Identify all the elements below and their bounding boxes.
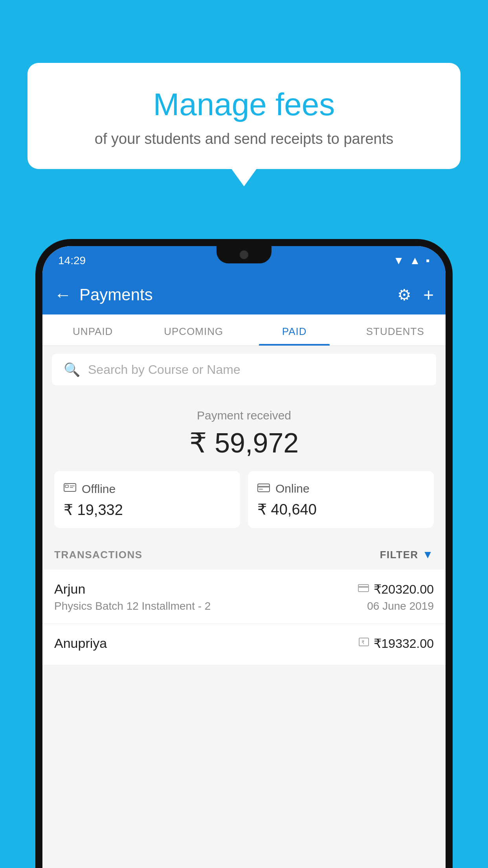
phone-frame: 14:29 ▼ ▲ ▪ ← Payments ⚙ + UNPAID UPCOMI… <box>35 239 453 868</box>
transaction-row-bottom: Physics Batch 12 Installment - 2 06 June… <box>54 600 434 612</box>
payment-cards: Offline ₹ 19,332 <box>54 471 434 528</box>
search-icon: 🔍 <box>64 362 80 377</box>
table-row[interactable]: Anupriya ₹ ₹19332.00 <box>42 624 446 666</box>
svg-rect-4 <box>258 484 270 492</box>
offline-card-header: Offline <box>64 482 231 496</box>
search-placeholder-text: Search by Course or Name <box>88 362 240 377</box>
phone-screen: 14:29 ▼ ▲ ▪ ← Payments ⚙ + UNPAID UPCOMI… <box>42 246 446 868</box>
svg-text:₹: ₹ <box>361 640 365 645</box>
notch <box>216 246 272 263</box>
gear-icon[interactable]: ⚙ <box>397 286 411 304</box>
svg-rect-7 <box>358 585 369 592</box>
transactions-header: TRANSACTIONS FILTER ▼ <box>42 540 446 570</box>
filter-button[interactable]: FILTER ▼ <box>380 548 434 561</box>
header-title: Payments <box>79 285 397 304</box>
tab-paid[interactable]: PAID <box>244 314 345 346</box>
online-card-header: Online <box>257 482 424 495</box>
payment-total-amount: ₹ 59,972 <box>54 427 434 459</box>
payment-received-label: Payment received <box>54 409 434 422</box>
online-icon <box>257 482 270 495</box>
svg-rect-8 <box>358 586 369 588</box>
offline-label: Offline <box>82 482 116 496</box>
transaction-course: Physics Batch 12 Installment - 2 <box>54 600 211 612</box>
signal-icon: ▲ <box>409 254 420 267</box>
tabs-bar: UNPAID UPCOMING PAID STUDENTS <box>42 314 446 346</box>
offline-icon <box>64 482 76 496</box>
online-payment-card: Online ₹ 40,640 <box>248 471 434 528</box>
transaction-name: Anupriya <box>54 636 107 651</box>
tooltip-subtitle: of your students and send receipts to pa… <box>55 131 433 147</box>
transaction-row-top: Anupriya ₹ ₹19332.00 <box>54 636 434 651</box>
offline-payment-card: Offline ₹ 19,332 <box>54 471 240 528</box>
wifi-icon: ▼ <box>393 254 404 267</box>
transaction-amount: ₹19332.00 <box>374 636 434 651</box>
tooltip-title: Manage fees <box>55 86 433 123</box>
payment-summary: Payment received ₹ 59,972 <box>42 393 446 540</box>
transaction-name: Arjun <box>54 581 85 597</box>
online-amount: ₹ 40,640 <box>257 501 424 518</box>
tab-students[interactable]: STUDENTS <box>345 314 446 346</box>
transaction-date: 06 June 2019 <box>367 600 434 612</box>
search-bar[interactable]: 🔍 Search by Course or Name <box>52 354 436 385</box>
table-row[interactable]: Arjun ₹20320.00 Physics Batch 12 Install… <box>42 570 446 624</box>
search-container: 🔍 Search by Course or Name <box>42 346 446 393</box>
transaction-amount-wrap: ₹20320.00 <box>358 582 434 597</box>
transaction-amount-wrap: ₹ ₹19332.00 <box>359 636 434 651</box>
status-icons: ▼ ▲ ▪ <box>393 254 430 267</box>
online-label: Online <box>275 482 310 495</box>
camera-dot <box>240 250 248 259</box>
filter-icon: ▼ <box>422 548 434 561</box>
battery-icon: ▪ <box>426 254 430 267</box>
svg-rect-5 <box>258 486 270 487</box>
status-time: 14:29 <box>58 254 86 267</box>
back-button[interactable]: ← <box>54 285 72 305</box>
tab-unpaid[interactable]: UNPAID <box>42 314 143 346</box>
card-payment-icon <box>358 583 369 596</box>
status-bar: 14:29 ▼ ▲ ▪ <box>42 246 446 275</box>
app-header: ← Payments ⚙ + <box>42 275 446 314</box>
cash-payment-icon: ₹ <box>359 637 369 650</box>
transaction-amount: ₹20320.00 <box>374 582 434 597</box>
add-button[interactable]: + <box>423 284 434 305</box>
transactions-label: TRANSACTIONS <box>54 549 143 561</box>
svg-rect-6 <box>259 489 263 490</box>
filter-label: FILTER <box>380 549 418 561</box>
tooltip-card: Manage fees of your students and send re… <box>28 63 460 169</box>
offline-amount: ₹ 19,332 <box>64 501 231 519</box>
tab-upcoming[interactable]: UPCOMING <box>143 314 244 346</box>
transaction-row-top: Arjun ₹20320.00 <box>54 581 434 597</box>
svg-rect-1 <box>65 485 68 487</box>
